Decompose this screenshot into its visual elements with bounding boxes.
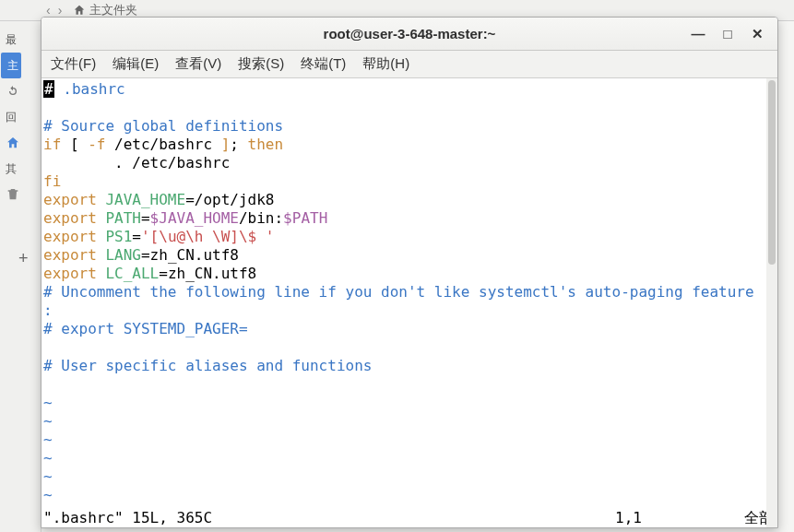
vim-tilde: ~ — [43, 449, 53, 467]
vim-tilde: ~ — [43, 486, 53, 503]
menu-file[interactable]: 文件(F) — [51, 55, 96, 73]
maximize-button[interactable]: □ — [720, 27, 735, 41]
nav-back-icon[interactable]: ‹ — [46, 3, 51, 18]
code-line: .bashrc — [54, 80, 125, 98]
side-item-back[interactable]: 回 — [0, 104, 41, 130]
status-position: 1,1 — [615, 509, 744, 527]
side-item-other[interactable]: 其 — [0, 156, 41, 182]
code-line: # Uncomment the following line if you do… — [43, 283, 754, 301]
scrollbar-thumb[interactable] — [768, 80, 776, 265]
code-line: . /etc/bashrc — [43, 154, 230, 171]
terminal-body[interactable]: # .bashrc # Source global definitions if… — [41, 78, 777, 527]
menu-view[interactable]: 查看(V) — [175, 55, 221, 73]
menu-edit[interactable]: 编辑(E) — [113, 55, 159, 73]
window-title: root@user-3-648-master:~ — [41, 26, 777, 41]
menu-terminal[interactable]: 终端(T) — [301, 55, 346, 73]
close-button[interactable]: ✕ — [750, 27, 764, 41]
side-item-reload[interactable] — [0, 78, 41, 104]
background-sidebar: 最 主 回 其 — [0, 21, 41, 532]
vim-tilde: ~ — [43, 412, 53, 430]
code-line: # export SYSTEMD_PAGER= — [43, 320, 248, 337]
side-item-home[interactable]: 主 — [1, 53, 21, 78]
vim-tilde: ~ — [43, 431, 53, 448]
code-line: # Source global definitions — [43, 117, 283, 135]
nav-forward-icon[interactable]: › — [58, 3, 63, 18]
scrollbar[interactable] — [766, 78, 777, 527]
vim-status-line: ".bashrc" 15L, 365C 1,1 全部 — [43, 509, 776, 527]
code-line: # User specific aliases and functions — [43, 357, 372, 374]
minimize-button[interactable]: — — [691, 27, 705, 41]
vim-tilde: ~ — [43, 467, 53, 485]
side-item-home2[interactable] — [0, 130, 41, 156]
vim-tilde: ~ — [43, 394, 53, 411]
kw-fi: fi — [43, 172, 61, 190]
plus-icon: + — [18, 249, 29, 268]
kw-if: if — [43, 136, 61, 153]
terminal-window: root@user-3-648-master:~ — □ ✕ 文件(F) 编辑(… — [41, 17, 778, 528]
status-file: ".bashrc" 15L, 365C — [43, 509, 615, 527]
vim-cursor: # — [43, 80, 54, 98]
menubar: 文件(F) 编辑(E) 查看(V) 搜索(S) 终端(T) 帮助(H) — [41, 51, 777, 78]
side-item-recent[interactable]: 最 — [0, 27, 41, 53]
titlebar[interactable]: root@user-3-648-master:~ — □ ✕ — [41, 18, 777, 51]
menu-help[interactable]: 帮助(H) — [362, 55, 409, 73]
side-item-trash[interactable] — [0, 182, 41, 207]
menu-search[interactable]: 搜索(S) — [238, 55, 284, 73]
